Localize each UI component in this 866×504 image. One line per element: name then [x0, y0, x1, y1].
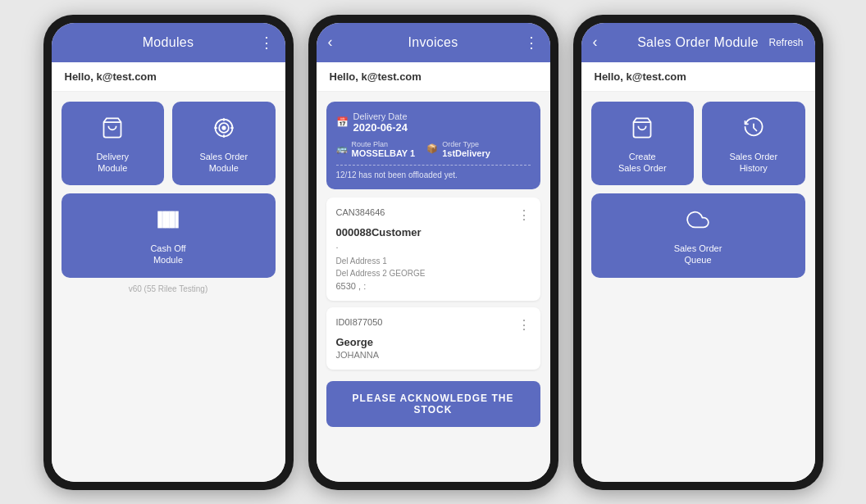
invoice-card-1[interactable]: CAN384646 ⋮ 000088Customer . Del Address…	[326, 198, 540, 301]
order-type-block: 📦 Order Type 1stDelivery	[426, 140, 490, 158]
sales-order-screen: ‹ Sales Order Module Refresh Hello, k@te…	[581, 23, 815, 482]
version-text: v60 (55 Rilee Testing)	[62, 278, 276, 300]
invoices-content: 📅 Delivery Date 2020-06-24 🚌 Route Plan …	[317, 92, 550, 482]
invoice-card-2-header: ID0I877050 ⋮	[336, 317, 531, 333]
calendar-icon: 📅	[336, 116, 349, 128]
delivery-date-value: 2020-06-24	[353, 121, 408, 134]
sales-order-greeting: Hello, k@test.com	[581, 62, 815, 92]
route-plan-info: Route Plan MOSSELBAY 1	[352, 140, 416, 158]
svg-point-3	[222, 126, 226, 129]
svg-rect-13	[175, 212, 177, 228]
svg-rect-10	[166, 212, 169, 228]
modules-screen: Modules ⋮ Hello, k@test.com DeliveryModu…	[52, 23, 285, 482]
route-plan-label: Route Plan	[352, 140, 416, 148]
modules-title: Modules	[143, 35, 194, 50]
invoice-menu-1[interactable]: ⋮	[517, 207, 531, 223]
phone-sales-order: ‹ Sales Order Module Refresh Hello, k@te…	[573, 15, 823, 490]
delivery-date-label: Delivery Date	[353, 111, 408, 121]
sales-order-history-card[interactable]: Sales OrderHistory	[702, 102, 805, 186]
offload-text: 12/12 has not been offloaded yet.	[336, 165, 531, 179]
sales-order-queue-card[interactable]: Sales OrderQueue	[591, 193, 805, 278]
route-plan-value: MOSSELBAY 1	[352, 148, 416, 158]
cash-off-module-card[interactable]: Cash OffModule	[62, 193, 276, 278]
invoice-name-2: George	[336, 336, 531, 348]
sales-order-topbar: ‹ Sales Order Module Refresh	[581, 23, 815, 62]
sales-order-content: CreateSales Order Sales OrderHistory	[581, 92, 815, 482]
acknowledge-button[interactable]: PLEASE ACKNOWLEDGE THE STOCK	[326, 381, 540, 427]
invoice-postal-1: 6530 , :	[336, 281, 531, 291]
svg-rect-12	[173, 212, 174, 228]
history-icon	[742, 116, 765, 144]
delivery-date-block: Delivery Date 2020-06-24	[353, 111, 408, 134]
delivery-module-card[interactable]: DeliveryModule	[62, 102, 165, 186]
invoice-sub-2: JOHANNA	[336, 350, 531, 360]
target-icon	[212, 116, 235, 144]
invoices-screen: ‹ Invoices ⋮ Hello, k@test.com 📅 Deliver…	[317, 23, 550, 482]
sales-order-refresh[interactable]: Refresh	[768, 37, 803, 48]
order-type-icon: 📦	[426, 143, 438, 154]
order-type-label: Order Type	[442, 140, 490, 148]
sales-order-history-label: Sales OrderHistory	[729, 151, 777, 175]
route-plan-block: 🚌 Route Plan MOSSELBAY 1	[336, 140, 416, 158]
route-icon: 🚌	[336, 143, 348, 154]
invoices-menu-icon[interactable]: ⋮	[524, 34, 539, 52]
svg-rect-8	[158, 212, 162, 228]
sales-order-title: Sales Order Module	[637, 35, 759, 50]
invoice-addr-1: Del Address 1Del Address 2 GEORGE	[336, 255, 531, 279]
modules-content: DeliveryModule	[52, 92, 285, 482]
cloud-icon	[686, 208, 709, 236]
order-type-value: 1stDelivery	[442, 148, 490, 158]
module-grid: DeliveryModule	[62, 102, 276, 278]
invoices-back-icon[interactable]: ‹	[328, 34, 333, 51]
cash-off-module-label: Cash OffModule	[150, 243, 185, 266]
invoices-greeting: Hello, k@test.com	[317, 62, 550, 92]
invoice-menu-2[interactable]: ⋮	[517, 317, 531, 333]
invoices-title: Invoices	[408, 35, 458, 50]
route-type-row: 🚌 Route Plan MOSSELBAY 1 📦 Order Type 1s…	[336, 140, 531, 158]
invoice-name-1: 000088Customer	[336, 226, 531, 238]
delivery-date-row: 📅 Delivery Date 2020-06-24	[336, 111, 531, 134]
phone-invoices: ‹ Invoices ⋮ Hello, k@test.com 📅 Deliver…	[308, 15, 558, 490]
cart-icon	[101, 116, 124, 144]
phone-modules: Modules ⋮ Hello, k@test.com DeliveryModu…	[43, 15, 294, 490]
invoice-sub-1: .	[336, 240, 531, 250]
invoice-id-2: ID0I877050	[336, 317, 383, 327]
delivery-module-label: DeliveryModule	[96, 151, 129, 175]
modules-greeting: Hello, k@test.com	[52, 62, 285, 92]
modules-menu-icon[interactable]: ⋮	[259, 34, 274, 52]
create-sales-order-label: CreateSales Order	[618, 151, 667, 175]
delivery-info-card: 📅 Delivery Date 2020-06-24 🚌 Route Plan …	[326, 102, 540, 189]
sales-order-queue-label: Sales OrderQueue	[674, 243, 722, 266]
invoices-topbar: ‹ Invoices ⋮	[317, 23, 550, 62]
invoice-card-2[interactable]: ID0I877050 ⋮ George JOHANNA	[326, 307, 540, 370]
order-type-info: Order Type 1stDelivery	[442, 140, 490, 158]
svg-rect-11	[170, 212, 171, 228]
create-sales-cart-icon	[631, 116, 654, 144]
sales-order-module-card[interactable]: Sales OrderModule	[172, 102, 276, 186]
barcode-icon	[157, 208, 180, 236]
svg-rect-9	[163, 212, 165, 228]
invoice-id-1: CAN384646	[336, 207, 385, 217]
sales-module-grid: CreateSales Order Sales OrderHistory	[591, 102, 805, 278]
modules-topbar: Modules ⋮	[52, 23, 285, 62]
invoice-card-1-header: CAN384646 ⋮	[336, 207, 531, 223]
create-sales-order-card[interactable]: CreateSales Order	[591, 102, 695, 186]
sales-order-back-icon[interactable]: ‹	[593, 34, 598, 51]
sales-order-module-label: Sales OrderModule	[199, 151, 248, 175]
